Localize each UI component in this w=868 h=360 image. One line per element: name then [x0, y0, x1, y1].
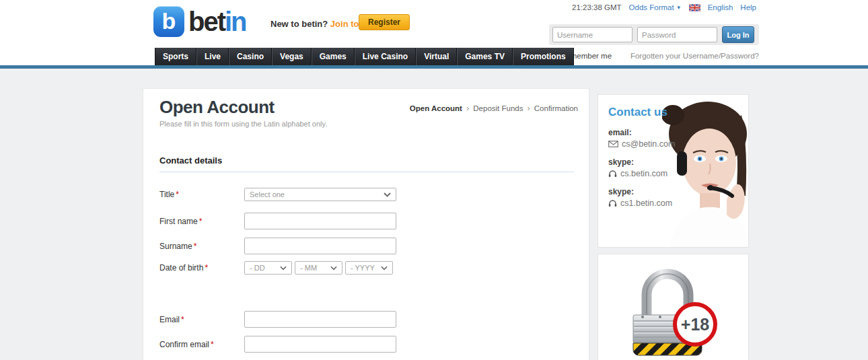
- nav-item-games[interactable]: Games: [312, 48, 355, 65]
- odds-format-dropdown[interactable]: Odds Format▼: [629, 3, 682, 11]
- field-row-first-name: First name*: [159, 213, 396, 229]
- contact-skype1-text: cs.betin.com: [620, 169, 667, 178]
- breadcrumb-step-open-account: Open Account: [410, 104, 462, 112]
- chevron-down-icon: [330, 266, 337, 271]
- surname-input[interactable]: [244, 238, 396, 254]
- dob-day-select[interactable]: - DD: [244, 261, 292, 275]
- chevron-down-icon: [280, 266, 287, 271]
- headset-icon: [608, 199, 617, 207]
- contact-email-text: cs@betin.com: [622, 139, 675, 149]
- clock: 21:23:38 GMT: [572, 3, 622, 11]
- confirm-email-input[interactable]: [244, 336, 396, 353]
- dob-year-select[interactable]: - YYYY: [345, 261, 393, 275]
- dob-label: Date of birth*: [159, 263, 244, 273]
- contact-skype1-value: cs.betin.com: [608, 169, 675, 178]
- email-label: Email*: [159, 315, 244, 324]
- contact-entry-email: email: cs@betin.com: [608, 128, 675, 149]
- dob-year-value: - YYYY: [351, 264, 375, 272]
- dob-month-select[interactable]: - MM: [295, 261, 342, 275]
- field-row-email: Email*: [159, 311, 396, 328]
- chevron-right-icon: ›: [466, 103, 469, 113]
- main-nav: Sports Live Casino Vegas Games Live Casi…: [155, 48, 574, 65]
- nav-item-live[interactable]: Live: [196, 48, 229, 65]
- title-select[interactable]: Select one: [244, 188, 396, 201]
- title-select-value: Select one: [250, 190, 285, 199]
- nav-item-virtual[interactable]: Virtual: [416, 48, 457, 65]
- contact-us-panel: Contact us email: cs@betin.com skype: cs…: [598, 94, 749, 248]
- top-utility-bar: 21:23:38 GMT Odds Format▼ English Help: [572, 3, 756, 11]
- chevron-down-icon: [381, 266, 388, 271]
- form-instructions: Please fill in this form using the Latin…: [159, 120, 327, 128]
- uk-flag-icon: [689, 4, 700, 11]
- dob-month-value: - MM: [300, 264, 317, 272]
- section-title-contact-details: Contact details: [159, 155, 574, 172]
- envelope-icon: [608, 141, 618, 147]
- logo-text-blue: in: [225, 7, 246, 36]
- login-box: Log In: [549, 24, 759, 45]
- contact-entry-skype-1: skype: cs.betin.com: [608, 157, 675, 178]
- age-restriction-panel: +18: [598, 254, 749, 360]
- contact-us-content: Contact us email: cs@betin.com skype: cs…: [608, 106, 675, 208]
- field-row-surname: Surname*: [159, 238, 396, 254]
- headset-icon: [608, 170, 617, 178]
- title-label: Title*: [159, 190, 244, 199]
- dob-day-value: - DD: [250, 264, 265, 272]
- header-divider-bar: [0, 65, 868, 69]
- required-mark: *: [194, 242, 197, 251]
- nav-item-games-tv[interactable]: Games TV: [457, 48, 513, 65]
- login-sub-row: Remember me Forgotten your Username/Pass…: [549, 52, 759, 60]
- join-prompt-text: New to betin?: [270, 19, 328, 29]
- language-link[interactable]: English: [708, 3, 733, 11]
- password-input[interactable]: [637, 27, 717, 42]
- chevron-down-icon: ▼: [676, 5, 682, 11]
- nav-item-live-casino[interactable]: Live Casino: [355, 48, 416, 65]
- username-input[interactable]: [552, 27, 632, 42]
- betin-logo-icon: b: [153, 6, 184, 37]
- logo-text-dark: bet: [188, 7, 225, 36]
- contact-skype2-text: cs1.betin.com: [620, 199, 672, 208]
- field-row-dob: Date of birth* - DD - MM - YYYY: [159, 261, 396, 275]
- field-row-title: Title* Select one: [159, 188, 396, 201]
- required-mark: *: [199, 217, 203, 226]
- surname-label: Surname*: [159, 242, 244, 251]
- required-mark: *: [205, 263, 208, 273]
- nav-item-sports[interactable]: Sports: [155, 48, 196, 65]
- nav-item-casino[interactable]: Casino: [229, 48, 272, 65]
- help-link[interactable]: Help: [740, 3, 756, 11]
- betin-logo-text: betin: [188, 7, 246, 37]
- contact-entry-skype-2: skype: cs1.betin.com: [608, 187, 675, 208]
- nav-item-vegas[interactable]: Vegas: [272, 48, 312, 65]
- confirm-email-label: Confirm email*: [159, 340, 244, 349]
- contact-skype2-value: cs1.betin.com: [608, 199, 675, 208]
- contact-skype1-label: skype:: [608, 157, 675, 167]
- chevron-down-icon: [384, 192, 391, 197]
- breadcrumb-step-deposit-funds: Deposit Funds: [473, 104, 523, 112]
- contact-us-title: Contact us: [608, 106, 675, 119]
- age-18-badge: +18: [673, 302, 717, 347]
- breadcrumb-step-confirmation: Confirmation: [534, 104, 578, 112]
- email-input[interactable]: [244, 311, 396, 328]
- open-account-card: Open Account Open Account › Deposit Fund…: [143, 88, 589, 360]
- page-title: Open Account: [159, 97, 275, 118]
- field-row-confirm-email: Confirm email*: [159, 336, 396, 353]
- required-mark: *: [211, 340, 214, 349]
- chevron-right-icon: ›: [527, 103, 530, 113]
- contact-email-value: cs@betin.com: [608, 139, 675, 149]
- breadcrumb: Open Account › Deposit Funds › Confirmat…: [410, 103, 578, 113]
- login-button[interactable]: Log In: [722, 26, 754, 43]
- required-mark: *: [176, 190, 179, 199]
- first-name-input[interactable]: [244, 213, 396, 229]
- required-mark: *: [181, 315, 184, 324]
- first-name-label: First name*: [159, 217, 244, 226]
- contact-email-label: email:: [608, 128, 675, 137]
- betin-logo[interactable]: b betin: [153, 6, 246, 37]
- register-button[interactable]: Register: [359, 14, 410, 30]
- nav-item-promotions[interactable]: Promotions: [513, 48, 574, 65]
- forgotten-password-link[interactable]: Forgotten your Username/Password?: [630, 52, 759, 60]
- contact-skype2-label: skype:: [608, 187, 675, 196]
